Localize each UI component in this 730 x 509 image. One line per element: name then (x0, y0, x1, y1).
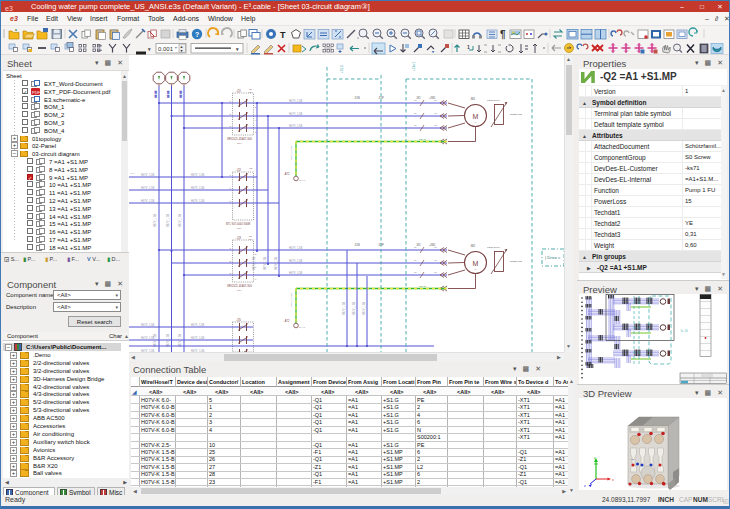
svg-text:¶: ¶ (500, 29, 506, 40)
svg-text:-Q2: -Q2 (236, 168, 241, 172)
svg-text:T.04: T.04 (237, 227, 242, 230)
svg-text:M: M (473, 113, 479, 120)
svg-text:-Q1: -Q1 (236, 89, 241, 93)
svg-text:TE: TE (434, 124, 437, 126)
svg-text:-Q3: -Q3 (236, 236, 241, 240)
svg-text:+XB1: +XB1 (429, 243, 436, 247)
svg-text:T.04: T.04 (237, 289, 242, 292)
svg-text:↳ ⊡: ↳ ⊡ (680, 328, 688, 333)
svg-text:H07V_1.5B: H07V_1.5B (289, 124, 303, 128)
svg-text:H07V_1.5B: H07V_1.5B (141, 336, 155, 340)
svg-text:H07V_1.5B: H07V_1.5B (362, 301, 366, 315)
svg-text:GNYE: GNYE (419, 138, 426, 141)
svg-text:-M2: -M2 (470, 244, 475, 248)
svg-text:25: 25 (414, 271, 417, 274)
svg-text:SH-40: SH-40 (299, 179, 306, 181)
svg-text:H07V_1.5B: H07V_1.5B (178, 213, 182, 227)
svg-text:-AT2: -AT2 (284, 172, 290, 176)
svg-text:1: 1 (230, 247, 232, 249)
svg-text:6: 6 (255, 278, 257, 280)
svg-text:H07V_1.5B: H07V_1.5B (191, 173, 205, 177)
svg-text:+S1.G: +S1.G (340, 65, 344, 73)
svg-text:H07V_1.5B: H07V_1.5B (191, 199, 205, 203)
svg-text:TE: TE (434, 259, 437, 261)
svg-text:+Cha 1: +Cha 1 (412, 61, 416, 71)
svg-text:x: x (612, 478, 614, 482)
svg-text:3RV2021-4DA15 S00: 3RV2021-4DA15 S00 (227, 137, 252, 141)
svg-text:3: 3 (230, 260, 232, 262)
svg-text:GNYE: GNYE (419, 285, 426, 288)
svg-text:H07V_1.5B: H07V_1.5B (141, 173, 155, 177)
svg-text:▓: ▓ (180, 94, 183, 98)
svg-text:T: T (280, 30, 286, 40)
svg-text:H07V_1.5B: H07V_1.5B (191, 336, 205, 340)
svg-text:5: 5 (230, 272, 232, 274)
svg-text:H07V_1.5B: H07V_1.5B (191, 186, 205, 190)
svg-text:-AT2: -AT2 (284, 319, 290, 323)
svg-text:H07V_1.5B: H07V_1.5B (166, 213, 170, 227)
svg-text:TE: TE (434, 271, 437, 273)
svg-text:3: 3 (230, 113, 232, 115)
svg-text:H07V_1.5B: H07V_1.5B (289, 99, 303, 103)
svg-text:-X1B: -X1B (354, 243, 360, 247)
svg-text:-W1: -W1 (416, 243, 421, 247)
svg-text:ABB: ABB (630, 458, 635, 460)
svg-text:▾: ▾ (431, 49, 435, 54)
svg-text:H07V_1.5B: H07V_1.5B (342, 301, 346, 315)
svg-text:2: 2 (255, 253, 257, 255)
svg-text:14: 14 (249, 91, 252, 94)
svg-text:K27N-160LA: K27N-160LA (487, 246, 501, 249)
svg-text:BT1 S07-0044 S00M: BT1 S07-0044 S00M (226, 222, 250, 226)
svg-text:-Q5: -Q5 (236, 318, 241, 322)
svg-text:25: 25 (414, 124, 417, 127)
svg-text:H07V_2.5GN: H07V_2.5GN (290, 293, 293, 307)
svg-text:y: y (594, 456, 596, 460)
svg-text:0.001 ″: 0.001 ″ (158, 46, 178, 52)
svg-text:14: 14 (249, 238, 252, 241)
svg-text:H07V_2.5GN: H07V_2.5GN (290, 146, 293, 160)
svg-text:H07V_1.5B: H07V_1.5B (352, 301, 356, 315)
svg-text:+DGBTVG2: +DGBTVG2 (509, 260, 522, 263)
svg-text:H07V_1.5B: H07V_1.5B (141, 186, 155, 190)
svg-text:-W1: -W1 (416, 96, 421, 100)
svg-text:▓: ▓ (155, 94, 158, 98)
svg-text:TE: TE (434, 112, 437, 114)
svg-text:25: 25 (414, 259, 417, 262)
svg-text:▾: ▾ (147, 46, 151, 52)
svg-text:| Drive c: | Drive c (545, 255, 560, 260)
svg-text:1: 1 (230, 200, 232, 202)
svg-text:z: z (584, 484, 586, 488)
svg-text:H07V_1.5B: H07V_1.5B (141, 323, 155, 327)
svg-text:*: * (15, 28, 17, 34)
svg-text:H07V_1.5B: H07V_1.5B (289, 259, 303, 263)
svg-text:-X1B: -X1B (354, 96, 360, 100)
svg-text:K27N-160LA: K27N-160LA (487, 99, 501, 102)
svg-text:4: 4 (255, 266, 257, 268)
svg-text:1: 1 (230, 174, 232, 176)
svg-text:+DGBTVG2: +DGBTVG2 (509, 113, 522, 116)
svg-text:H07V_1.5B: H07V_1.5B (289, 271, 303, 275)
svg-text:J-TH: J-TH (130, 172, 135, 174)
svg-text:H07V_1.5B: H07V_1.5B (289, 246, 303, 250)
svg-text:1: 1 (230, 187, 232, 189)
svg-text:1: 1 (467, 44, 470, 50)
svg-text:H07V_1.5B: H07V_1.5B (191, 323, 205, 327)
svg-text:H07V_1.5B: H07V_1.5B (141, 199, 155, 203)
svg-text:5: 5 (230, 125, 232, 127)
svg-text:+XB1: +XB1 (429, 96, 436, 100)
svg-text:SH-40: SH-40 (299, 326, 306, 328)
svg-text:M: M (473, 260, 479, 267)
svg-text:25: 25 (414, 112, 417, 115)
svg-text:T.04: T.04 (237, 142, 242, 145)
svg-text:▓: ▓ (167, 94, 170, 98)
svg-text:3RV2021-4DA15 S00: 3RV2021-4DA15 S00 (227, 284, 252, 288)
svg-text:?: ? (195, 31, 199, 38)
svg-text:H07V_1.5B: H07V_1.5B (289, 112, 303, 116)
svg-text:▾: ▾ (235, 46, 239, 52)
svg-text:1: 1 (230, 100, 232, 102)
svg-text:-M1: -M1 (470, 97, 475, 101)
svg-text:H07V_1.5B: H07V_1.5B (153, 213, 157, 227)
svg-text:-02: -02 (249, 167, 253, 169)
